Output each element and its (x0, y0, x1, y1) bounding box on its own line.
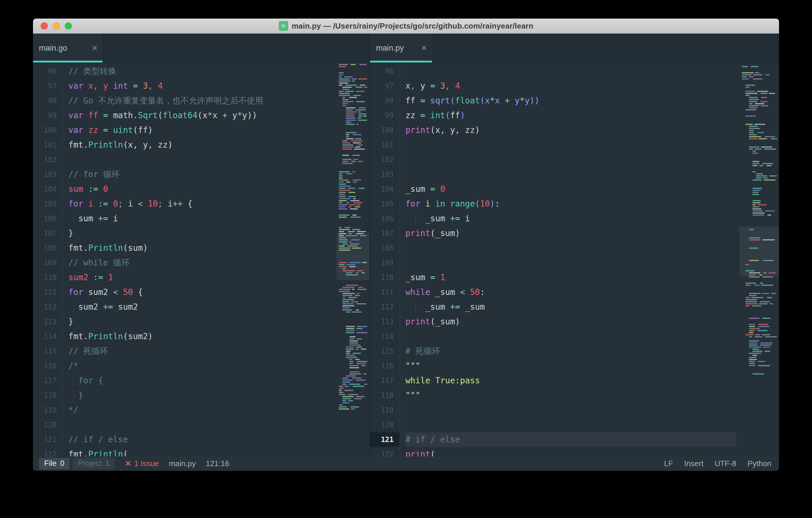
code-line[interactable]: fmt.Println(x, y, zz) (68, 138, 333, 152)
code-line[interactable] (405, 256, 736, 270)
code-line[interactable]: while _sum < 50: (405, 285, 736, 300)
line-number: 101 (33, 138, 62, 152)
code-line[interactable]: # if / else (405, 432, 736, 447)
tab-bar-left: main.go ✕ (33, 34, 370, 63)
tab-main-py[interactable]: main.py ✕ (370, 34, 432, 62)
code-line[interactable]: // for 循环 (68, 167, 333, 182)
code-line[interactable]: // 死循环 (68, 344, 333, 358)
code-line[interactable] (68, 152, 333, 167)
code-line[interactable] (405, 64, 736, 79)
file-issues-chip[interactable]: File 0 (39, 458, 69, 469)
cursor-position[interactable]: 121:16 (206, 459, 229, 468)
code-line[interactable] (405, 241, 736, 256)
code-line[interactable]: x, y = 3, 4 (405, 79, 736, 93)
code-line[interactable]: for { (68, 373, 333, 388)
code-line[interactable]: sum2 := 1 (68, 270, 333, 285)
code-line[interactable]: print( (405, 447, 736, 456)
code-line[interactable]: print(_sum) (405, 314, 736, 329)
code-line[interactable]: // 类型转换 (68, 64, 333, 79)
code-line[interactable] (405, 403, 736, 418)
title-bar[interactable]: ⚛ main.py — /Users/rainy/Projects/go/src… (33, 19, 779, 34)
code-line[interactable] (405, 152, 736, 167)
code-line[interactable] (405, 138, 736, 152)
code-line[interactable]: // Go 不允许重复变量名，也不允许声明之后不使用 (68, 93, 333, 108)
line-number: 105 (33, 197, 62, 211)
code-line[interactable]: fmt.Println(sum) (68, 241, 333, 256)
line-number: 104 (33, 182, 62, 197)
code-line[interactable]: zz = int(ff) (405, 108, 736, 123)
minimap-viewport[interactable] (740, 227, 779, 277)
line-number: 111 (370, 285, 400, 300)
editor-py[interactable]: 9697989910010110210310410510610710810911… (370, 63, 779, 456)
code-line[interactable] (405, 167, 736, 182)
line-number: 116 (33, 358, 62, 373)
project-issues-chip[interactable]: Project 1 (72, 458, 115, 469)
code-line[interactable] (405, 418, 736, 432)
code-line[interactable]: */ (68, 403, 333, 418)
code-line[interactable]: for sum2 < 50 { (68, 285, 333, 300)
line-number: 115 (370, 344, 400, 358)
grammar-selector[interactable]: Python (748, 459, 771, 468)
code-line[interactable]: /* (68, 358, 333, 373)
code-go[interactable]: // 类型转换var x, y int = 3, 4// Go 不允许重复变量名… (68, 64, 333, 456)
code-line[interactable]: } (68, 314, 333, 329)
code-line[interactable]: var zz = uint(ff) (68, 123, 333, 138)
code-line[interactable]: while True:pass (405, 373, 736, 388)
line-number: 119 (370, 403, 400, 418)
code-line[interactable]: # 死循环 (405, 344, 736, 358)
issue-indicator[interactable]: ✕ 1 Issue (125, 459, 159, 468)
close-icon[interactable]: ✕ (91, 44, 98, 53)
chip-label: Project (78, 459, 102, 468)
code-line[interactable]: _sum = 0 (405, 182, 736, 197)
code-line[interactable]: _sum = 1 (405, 270, 736, 285)
line-number: 110 (33, 270, 62, 285)
close-icon[interactable]: ✕ (421, 44, 427, 53)
code-line[interactable]: } (68, 388, 333, 403)
code-py[interactable]: x, y = 3, 4ff = sqrt(float(x*x + y*y))zz… (405, 64, 736, 456)
active-tab-indicator (370, 61, 432, 62)
code-line[interactable]: // if / else (68, 432, 333, 447)
close-button[interactable] (41, 22, 48, 29)
line-number: 100 (370, 123, 400, 138)
editor-window: ⚛ main.py — /Users/rainy/Projects/go/src… (33, 19, 779, 471)
input-mode-indicator[interactable]: Insert (684, 459, 703, 468)
line-ending-selector[interactable]: LF (664, 459, 673, 468)
code-line[interactable]: sum := 0 (68, 182, 333, 197)
line-number: 108 (370, 241, 400, 256)
code-line[interactable]: fmt.Println( (68, 447, 333, 456)
code-line[interactable]: print(_sum) (405, 226, 736, 241)
line-number: 106 (370, 211, 400, 226)
code-line[interactable]: fmt.Println(sum2) (68, 329, 333, 344)
code-line[interactable] (405, 329, 736, 344)
code-line[interactable]: """ (405, 358, 736, 373)
line-number: 109 (370, 256, 400, 270)
code-line[interactable]: var x, y int = 3, 4 (68, 79, 333, 93)
minimap-go[interactable] (337, 63, 370, 456)
tab-main-go[interactable]: main.go ✕ (33, 34, 103, 62)
line-number: 100 (33, 123, 62, 138)
line-number: 105 (370, 197, 400, 211)
code-line[interactable]: sum2 += sum2 (68, 300, 333, 314)
code-line[interactable]: """ (405, 388, 736, 403)
minimap-py[interactable] (740, 63, 779, 456)
line-number: 112 (370, 300, 400, 314)
editor-go[interactable]: 9697989910010110210310410510610710810911… (33, 63, 370, 456)
tab-bar-right: main.py ✕ (370, 34, 779, 63)
code-line[interactable]: _sum += _sum (405, 300, 736, 314)
code-line[interactable]: for i := 0; i < 10; i++ { (68, 197, 333, 211)
code-line[interactable]: var ff = math.Sqrt(float64(x*x + y*y)) (68, 108, 333, 123)
current-file-name: main.py (169, 459, 196, 468)
code-line[interactable]: // while 循环 (68, 256, 333, 270)
line-number: 107 (370, 226, 400, 241)
code-line[interactable]: ff = sqrt(float(x*x + y*y)) (405, 93, 736, 108)
code-line[interactable]: print(x, y, zz) (405, 123, 736, 138)
code-line[interactable]: } (68, 226, 333, 241)
code-line[interactable]: for i in range(10): (405, 197, 736, 211)
zoom-button[interactable] (65, 22, 72, 29)
code-line[interactable]: _sum += i (405, 211, 736, 226)
encoding-selector[interactable]: UTF-8 (715, 459, 736, 468)
code-line[interactable] (68, 418, 333, 432)
line-number: 107 (33, 226, 62, 241)
minimize-button[interactable] (53, 22, 60, 29)
code-line[interactable]: sum += i (68, 211, 333, 226)
